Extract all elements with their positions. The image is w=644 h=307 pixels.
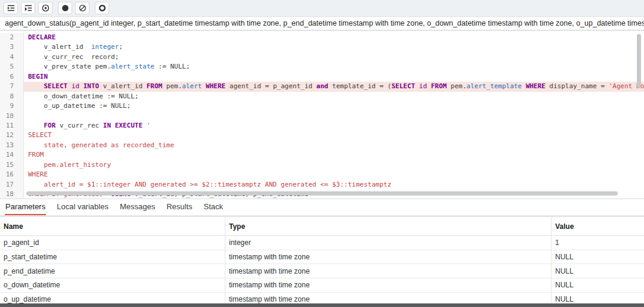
debugger-toolbar [0, 0, 644, 17]
table-header-row: NameTypeValue [0, 216, 644, 236]
line-number[interactable]: 14 [0, 150, 24, 160]
step-over-button[interactable] [21, 2, 35, 14]
line-number[interactable]: 18 [0, 190, 24, 199]
toggle-breakpoint-icon [98, 4, 106, 12]
tab-stack[interactable]: Stack [203, 199, 224, 215]
line-number[interactable]: 4 [0, 52, 24, 62]
code-line-text: WHERE [24, 170, 644, 179]
param-name-cell: o_down_datetime [0, 278, 225, 292]
param-value-cell[interactable]: NULL [552, 293, 644, 303]
tab-local-variables[interactable]: Local variables [56, 199, 109, 215]
code-line[interactable]: 15 pem.alert_history [0, 160, 644, 170]
step-into-icon [7, 4, 15, 12]
code-line[interactable]: 6BEGIN [0, 72, 644, 82]
line-number[interactable]: 7 [0, 82, 24, 91]
line-number[interactable]: 8 [0, 92, 24, 101]
continue-icon [42, 4, 49, 12]
line-number[interactable]: 16 [0, 170, 24, 179]
code-line[interactable]: 10 [0, 111, 644, 121]
step-over-icon [24, 4, 32, 12]
param-value-cell[interactable]: NULL [552, 250, 644, 264]
line-number[interactable]: 15 [0, 160, 24, 170]
param-type-cell: timestamp with time zone [225, 293, 552, 303]
line-number[interactable]: 17 [0, 180, 24, 190]
code-editor[interactable]: 2DECLARE3 v_alert_id integer;4 v_curr_re… [0, 31, 644, 199]
stop-button[interactable] [58, 2, 72, 14]
clear-all-breakpoints-icon [79, 4, 86, 12]
toggle-breakpoint-button[interactable] [95, 2, 109, 14]
line-number[interactable]: 13 [0, 141, 24, 150]
parameters-table: NameTypeValuep_agent_idinteger1p_start_d… [0, 216, 644, 303]
param-name-cell: p_agent_id [0, 236, 225, 250]
code-line[interactable]: 8 o_down_datetime := NULL; [0, 92, 644, 101]
code-line-text: pem.alert_history [24, 160, 644, 170]
clear-all-breakpoints-button[interactable] [75, 2, 89, 14]
code-line-text: v_curr_rec record; [24, 52, 644, 62]
param-value-cell[interactable]: NULL [552, 264, 644, 278]
table-row: p_end_datetimetimestamp with time zoneNU… [0, 264, 644, 278]
code-line[interactable]: 3 v_alert_id integer; [0, 42, 644, 52]
code-line[interactable]: 11 FOR v_curr_rec IN EXECUTE ' [0, 121, 644, 131]
code-line-text: FROM [24, 150, 644, 160]
table-row: o_up_datetimetimestamp with time zoneNUL… [0, 293, 644, 303]
param-name-cell: o_up_datetime [0, 293, 225, 303]
code-line[interactable]: 16WHERE [0, 170, 644, 179]
code-line[interactable]: 4 v_curr_rec record; [0, 52, 644, 62]
code-line[interactable]: 9 o_up_datetime := NULL; [0, 101, 644, 111]
line-number[interactable]: 9 [0, 101, 24, 111]
param-type-cell: timestamp with time zone [225, 278, 552, 292]
editor-horizontal-scrollbar[interactable] [26, 191, 618, 196]
code-line-text [24, 111, 644, 121]
step-into-button[interactable] [4, 2, 18, 14]
column-header-value: Value [552, 217, 644, 235]
tab-results[interactable]: Results [166, 199, 193, 215]
table-row: p_agent_idinteger1 [0, 236, 644, 250]
table-row: o_down_datetimetimestamp with time zoneN… [0, 278, 644, 293]
editor-vertical-scrollbar[interactable] [637, 34, 641, 88]
code-line[interactable]: 2DECLARE [0, 33, 644, 42]
tab-parameters[interactable]: Parameters [5, 199, 46, 215]
line-number[interactable]: 10 [0, 111, 24, 121]
line-number[interactable]: 3 [0, 42, 24, 52]
debugger-tab-bar: ParametersLocal variablesMessagesResults… [0, 199, 644, 216]
code-line-text: v_prev_state pem.alert_state := NULL; [24, 62, 644, 72]
code-line-text: SELECT [24, 131, 644, 140]
column-header-type: Type [225, 217, 552, 235]
code-line-text: alert_id = $1::integer AND generated >= … [24, 180, 644, 190]
code-line-text: FOR v_curr_rec IN EXECUTE ' [24, 121, 644, 131]
code-line[interactable]: 7 SELECT id INTO v_alert_id FROM pem.ale… [0, 82, 644, 91]
line-number[interactable]: 6 [0, 72, 24, 82]
line-number[interactable]: 12 [0, 131, 24, 140]
function-signature: agent_down_status(p_agent_id integer, p_… [5, 19, 644, 27]
code-line-text: o_down_datetime := NULL; [24, 92, 644, 101]
code-line[interactable]: 12SELECT [0, 131, 644, 140]
param-type-cell: timestamp with time zone [225, 264, 552, 278]
continue-button[interactable] [38, 2, 52, 14]
code-line-text: SELECT id INTO v_alert_id FROM pem.alert… [24, 82, 644, 91]
code-line[interactable]: 5 v_prev_state pem.alert_state := NULL; [0, 62, 644, 72]
column-header-name: Name [0, 217, 225, 235]
code-line[interactable]: 17 alert_id = $1::integer AND generated … [0, 180, 644, 190]
param-name-cell: p_end_datetime [0, 264, 225, 278]
param-type-cell: integer [225, 236, 552, 250]
code-line[interactable]: 14FROM [0, 150, 644, 160]
param-type-cell: timestamp with time zone [225, 250, 552, 264]
param-value-cell[interactable]: 1 [552, 236, 644, 250]
param-value-cell[interactable]: NULL [552, 278, 644, 292]
param-name-cell: p_start_datetime [0, 250, 225, 264]
tab-messages[interactable]: Messages [119, 199, 156, 215]
code-line[interactable]: 13 state, generated as recorded_time [0, 141, 644, 150]
table-row: p_start_datetimetimestamp with time zone… [0, 250, 644, 265]
code-line-text: o_up_datetime := NULL; [24, 101, 644, 111]
code-line-text: BEGIN [24, 72, 644, 82]
code-line-text: state, generated as recorded_time [24, 141, 644, 150]
line-number[interactable]: 5 [0, 62, 24, 72]
code-line-text: DECLARE [24, 33, 644, 42]
stop-icon [61, 4, 69, 12]
line-number[interactable]: 2 [0, 33, 24, 42]
bottom-scrollbar[interactable] [0, 303, 644, 307]
code-line-text: v_alert_id integer; [24, 42, 644, 52]
function-signature-bar: agent_down_status(p_agent_id integer, p_… [0, 17, 644, 30]
line-number[interactable]: 11 [0, 121, 24, 131]
